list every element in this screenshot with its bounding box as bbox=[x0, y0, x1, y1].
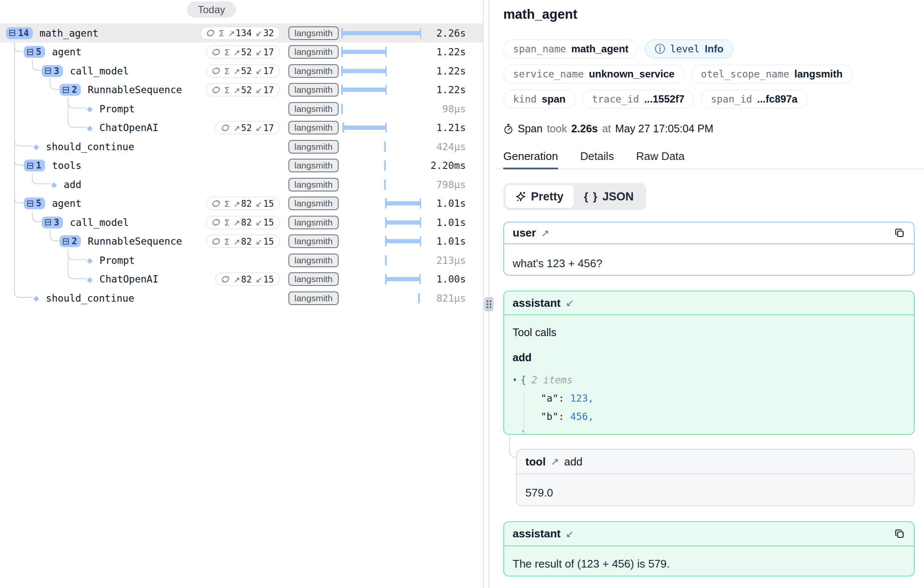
copy-icon bbox=[894, 228, 905, 239]
scope-tag: langsmith bbox=[288, 45, 339, 59]
duration-label: 98µs bbox=[442, 103, 466, 114]
collapse-badge[interactable]: ⊟ 5 bbox=[24, 46, 45, 58]
collapse-badge[interactable]: ⊟ 5 bbox=[24, 197, 45, 209]
scope-tag: langsmith bbox=[288, 121, 339, 134]
trace-tree-row[interactable]: ⊟ 3 call_model Σ ↗ 82 bbox=[0, 213, 483, 232]
scope-tag: langsmith bbox=[288, 140, 339, 154]
tokens-in: ↗ 82 bbox=[234, 236, 252, 246]
panel-resize-handle[interactable] bbox=[484, 297, 493, 311]
trace-tree-row[interactable]: ◆ should_continue langsmith 821µs bbox=[0, 288, 483, 308]
child-count: 2 bbox=[72, 236, 77, 246]
trace-tree-row[interactable]: ⊟ 2 RunnableSequence Σ ↗ 52 bbox=[0, 80, 483, 100]
tab-raw-data[interactable]: Raw Data bbox=[636, 150, 684, 169]
child-count: 5 bbox=[36, 198, 42, 208]
tokens-in: ↗ 52 bbox=[234, 47, 252, 57]
duration-bar bbox=[385, 255, 387, 265]
duration-bar bbox=[385, 198, 421, 208]
span-name-label: tools bbox=[52, 160, 81, 171]
trace-tree-row[interactable]: ◆ ChatOpenAI ↗ 52 ↙ 17 bbox=[0, 118, 483, 137]
span-name-label: ChatOpenAI bbox=[100, 274, 158, 285]
tab-generation[interactable]: Generation bbox=[503, 150, 558, 169]
collapse-caret-icon[interactable]: ▾ bbox=[513, 375, 517, 384]
scope-tag: langsmith bbox=[288, 159, 339, 172]
tool-result-card: tool ↗ add 579.0 bbox=[516, 449, 915, 506]
row-label-group: ◆ should_continue bbox=[0, 137, 134, 156]
token-usage-badge: Σ ↗ 82 ↙ 15 bbox=[206, 197, 280, 210]
trace-tree-panel: Today ⊟ 14 math_agent Σ ↗ bbox=[0, 0, 483, 588]
collapse-badge[interactable]: ⊟ 1 bbox=[24, 160, 45, 171]
arrow-up-right-icon: ↗ bbox=[234, 218, 240, 227]
span-name-label: RunnableSequence bbox=[88, 84, 182, 95]
copy-button[interactable] bbox=[894, 228, 905, 239]
panel-resizer-gutter bbox=[483, 0, 496, 588]
span-name-label: call_model bbox=[70, 66, 128, 77]
duration-bar bbox=[385, 236, 421, 246]
token-usage-badge: Σ ↗ 82 ↙ 15 bbox=[206, 216, 280, 229]
arrow-down-left-icon: ↙ bbox=[256, 199, 262, 208]
collapse-minus-icon: ⊟ bbox=[44, 218, 52, 227]
trace-tree-row[interactable]: ⊟ 14 math_agent Σ ↗ 134 bbox=[0, 23, 483, 43]
coin-icon bbox=[221, 123, 230, 132]
duration-label: 1.22s bbox=[436, 46, 466, 57]
row-label-group: ◆ Prompt bbox=[0, 251, 135, 270]
sum-sigma-icon: Σ bbox=[224, 66, 230, 76]
row-label-group: ◆ ChatOpenAI bbox=[0, 118, 158, 137]
pretty-view-button[interactable]: Pretty bbox=[505, 185, 574, 208]
tokens-in: ↗ 82 bbox=[234, 217, 252, 228]
collapse-badge[interactable]: ⊟ 2 bbox=[60, 235, 81, 247]
trace-tree-row[interactable]: ◆ Prompt langsmith 98µs bbox=[0, 99, 483, 118]
trace-tree-row[interactable]: ◆ add langsmith 798µs bbox=[0, 175, 483, 194]
row-label-group: ⊟ 3 call_model bbox=[0, 213, 129, 232]
trace-tree-row[interactable]: ◆ ChatOpenAI ↗ 82 ↙ 15 bbox=[0, 270, 483, 289]
json-items-summary: 2 items bbox=[531, 374, 573, 385]
span-details-panel: math_agent span_name math_agent ⓘ level … bbox=[496, 0, 924, 588]
arrow-down-left-icon: ↙ bbox=[256, 85, 262, 94]
arrow-up-right-icon: ↗ bbox=[234, 123, 240, 132]
span-name-label: call_model bbox=[70, 217, 128, 228]
tokens-out: ↙ 17 bbox=[256, 66, 274, 76]
tool-result-content: 579.0 bbox=[517, 474, 914, 500]
collapse-badge[interactable]: ⊟ 14 bbox=[6, 27, 33, 39]
leaf-diamond-icon: ◆ bbox=[87, 256, 93, 265]
trace-tree-row[interactable]: ⊟ 1 tools langsmith 2.20ms bbox=[0, 156, 483, 175]
braces-icon: { } bbox=[584, 190, 598, 203]
json-view-button[interactable]: { } JSON bbox=[574, 185, 644, 208]
copy-button[interactable] bbox=[894, 528, 905, 539]
tab-details[interactable]: Details bbox=[580, 150, 614, 169]
collapse-badge[interactable]: ⊟ 3 bbox=[42, 65, 63, 77]
trace-tree-row[interactable]: ⊟ 2 RunnableSequence Σ ↗ 82 bbox=[0, 232, 483, 251]
token-usage-badge: ↗ 82 ↙ 15 bbox=[215, 273, 280, 286]
duration-bar bbox=[385, 274, 421, 284]
trace-tree-row[interactable]: ◆ Prompt langsmith 213µs bbox=[0, 251, 483, 270]
user-message-content: what's 123 + 456? bbox=[504, 244, 914, 270]
details-tabs: Generation Details Raw Data bbox=[503, 150, 684, 169]
tokens-out: ↙ 15 bbox=[256, 274, 274, 284]
arrow-down-left-icon: ↙ bbox=[256, 218, 262, 227]
tokens-out: ↙ 17 bbox=[256, 47, 274, 57]
duration-bar bbox=[341, 104, 343, 114]
duration-bar bbox=[418, 293, 420, 303]
tokens-in: ↗ 134 bbox=[228, 28, 252, 38]
arrow-up-right-icon: ↗ bbox=[234, 274, 240, 284]
trace-tree-row[interactable]: ⊟ 3 call_model Σ ↗ 52 bbox=[0, 61, 483, 80]
coin-icon bbox=[212, 86, 220, 94]
tool-calls-label: Tool calls bbox=[513, 326, 905, 339]
duration-label: 2.26s bbox=[436, 28, 466, 39]
scope-tag: langsmith bbox=[288, 178, 339, 191]
arrow-down-left-icon: ↙ bbox=[256, 47, 262, 57]
arrow-down-left-icon: ↙ bbox=[256, 123, 262, 132]
trace-tree-row[interactable]: ⊟ 5 agent Σ ↗ 82 ↙ bbox=[0, 194, 483, 213]
row-label-group: ◆ add bbox=[0, 175, 81, 194]
tokens-in: ↗ 52 bbox=[234, 123, 252, 133]
collapse-badge[interactable]: ⊟ 2 bbox=[60, 84, 81, 96]
span-name-label: should_continue bbox=[46, 141, 134, 152]
arrow-down-left-icon: ↙ bbox=[256, 237, 262, 246]
sparkle-icon bbox=[516, 191, 527, 202]
trace-tree-row[interactable]: ⊟ 5 agent Σ ↗ 52 ↙ bbox=[0, 43, 483, 62]
leaf-diamond-icon: ◆ bbox=[87, 275, 93, 284]
trace-tree-row[interactable]: ◆ should_continue langsmith 424µs bbox=[0, 137, 483, 156]
tokens-in: ↗ 52 bbox=[234, 85, 252, 95]
service-name-badge: service_name unknown_service bbox=[503, 65, 684, 83]
collapse-badge[interactable]: ⊟ 3 bbox=[42, 217, 63, 228]
scope-tag: langsmith bbox=[288, 197, 339, 210]
